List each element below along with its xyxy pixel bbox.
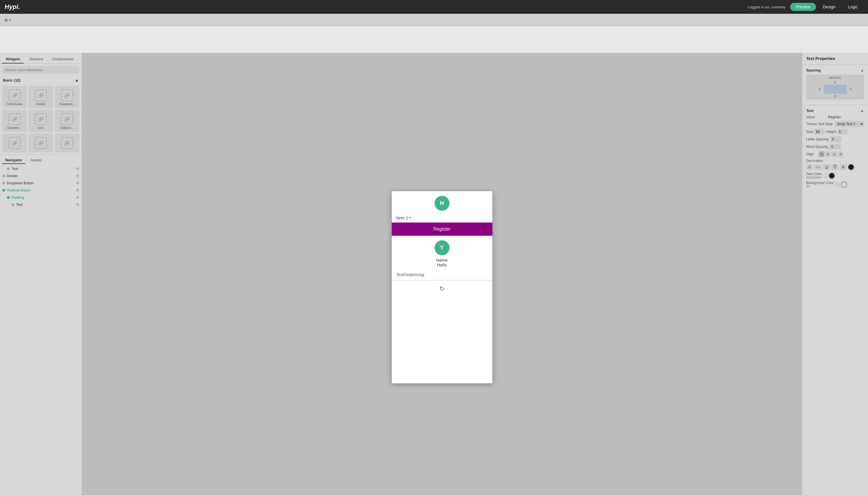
- topbar-nav: Preview Design Logic: [790, 3, 863, 11]
- text-color-reset-icon[interactable]: [823, 174, 828, 178]
- section-divider-2: [802, 105, 868, 105]
- right-panel-title: Text Properties: [802, 53, 868, 63]
- nav-item-divider[interactable]: Divider ⚙: [0, 172, 82, 180]
- letter-spacing-row: Letter Spacing: [806, 136, 864, 142]
- deco-overline-btn[interactable]: O: [831, 164, 838, 170]
- gear-icon-divider[interactable]: ⚙: [76, 174, 79, 178]
- secondary-bar: ≡ ▾: [0, 14, 868, 27]
- spacing-chevron-icon[interactable]: ▲: [860, 68, 864, 72]
- nav-label-dropdown-btn: Dropdown Button: [7, 181, 74, 185]
- value-label: Value: [806, 115, 826, 119]
- nav-item-text-2[interactable]: Text ⚙: [0, 201, 82, 208]
- nav-tabs: Navigator Assets: [0, 156, 82, 164]
- phone-name-text: Name: [436, 258, 447, 262]
- align-justify-btn[interactable]: ≡: [838, 151, 843, 157]
- nav-dot-padding: [7, 196, 10, 199]
- hamburger-button[interactable]: ≡ ▾: [5, 17, 11, 23]
- phone-textfield[interactable]: TextField#0s3pj: [392, 270, 492, 280]
- nav-item-dropdown-btn[interactable]: Dropdown Button ⚙: [0, 180, 82, 187]
- bg-color-reset-icon[interactable]: [836, 183, 839, 187]
- nav-label-text-1: Text: [12, 167, 74, 171]
- nav-item-padding[interactable]: Padding ⚙: [0, 194, 82, 201]
- nav-item-text-1[interactable]: Text ⚙: [0, 165, 82, 172]
- margin-left-value: 0: [817, 88, 823, 91]
- letter-spacing-input[interactable]: [830, 136, 841, 142]
- decoration-buttons: 0 — U O S: [806, 164, 864, 170]
- align-buttons: ≡ ≡ ≡ ≡: [819, 151, 843, 157]
- deco-line-btn[interactable]: —: [814, 164, 822, 170]
- margin-box: MARGIN 0 0 0 0: [806, 75, 864, 100]
- widget-elevated[interactable]: 🔗 Elevated ...: [2, 110, 27, 132]
- widget-divider[interactable]: 🔗 Divider: [29, 86, 53, 108]
- align-label: Align: [806, 152, 818, 156]
- topbar: Hypi. Logged in as: courtney Preview Des…: [0, 0, 868, 14]
- tab-navigator[interactable]: Navigator: [2, 157, 25, 164]
- bg-color-row: Background Color #0: [806, 181, 864, 188]
- deco-underline-btn[interactable]: U: [823, 164, 830, 170]
- nav-label-padding: Padding: [12, 195, 74, 200]
- widget-extra-2[interactable]: 🔗: [29, 134, 53, 152]
- text-section-header: Text ▲: [806, 108, 864, 113]
- tab-components[interactable]: Components: [49, 55, 77, 64]
- size-input[interactable]: [814, 129, 824, 135]
- logic-button[interactable]: Logic: [842, 3, 863, 11]
- widget-dropdown[interactable]: 🔗 Dropdown...: [55, 86, 79, 108]
- widget-outlined[interactable]: 🔗 Outlined ...: [55, 110, 79, 132]
- tab-widgets[interactable]: Widgets: [2, 55, 23, 64]
- margin-label: MARGIN: [808, 76, 862, 80]
- nav-item-outlined-btn[interactable]: Outlined Button ⚙: [0, 187, 82, 194]
- text-color-swatch[interactable]: [829, 173, 835, 179]
- decoration-label: Decoration: [806, 159, 864, 163]
- widget-dropdown-label: Dropdown...: [59, 103, 75, 106]
- bg-color-swatch[interactable]: [841, 182, 847, 188]
- search-input[interactable]: [2, 66, 79, 74]
- nav-dot-text-1: [7, 167, 10, 170]
- widget-icon[interactable]: 🔗 Icon: [29, 110, 53, 132]
- text-color-circles: [823, 173, 835, 179]
- gear-icon-dropdown-btn[interactable]: ⚙: [76, 181, 79, 185]
- gear-icon-outlined-btn[interactable]: ⚙: [76, 188, 79, 192]
- widget-extra-3-icon: 🔗: [61, 137, 73, 149]
- align-row: Align ≡ ≡ ≡ ≡: [806, 151, 864, 157]
- phone-refresh-section: ↻: [392, 280, 492, 297]
- section-divider-1: [802, 64, 868, 65]
- gear-icon-padding[interactable]: ⚙: [76, 195, 79, 200]
- bg-color-info: Background Color #0: [806, 181, 834, 188]
- gear-icon-text-1[interactable]: ⚙: [76, 167, 79, 171]
- text-chevron-icon[interactable]: ▲: [860, 108, 864, 113]
- word-spacing-row: Word Spacing: [806, 144, 864, 150]
- tab-screens[interactable]: Screens: [26, 55, 47, 64]
- nav-items: Text ⚙ Divider ⚙ Dropdown Button ⚙: [0, 164, 82, 209]
- refresh-icon[interactable]: ↻: [440, 285, 445, 293]
- height-input[interactable]: [837, 129, 848, 135]
- word-spacing-input[interactable]: [830, 144, 841, 150]
- widget-circle-avatar[interactable]: 🔗 Circle Avatar: [2, 86, 27, 108]
- deco-strikethrough-btn[interactable]: S: [840, 164, 847, 170]
- widget-circle-avatar-icon: 🔗: [9, 89, 21, 101]
- deco-color-swatch[interactable]: [848, 164, 854, 170]
- deco-0-btn[interactable]: 0: [806, 164, 813, 170]
- widget-extra-1[interactable]: 🔗: [2, 134, 27, 152]
- widget-elevated-label: Elevated ...: [7, 126, 22, 130]
- hamburger-arrow: ▾: [9, 18, 11, 22]
- margin-top-row: 0: [808, 81, 862, 84]
- tab-assets[interactable]: Assets: [28, 157, 45, 164]
- theme-text-style-row: Theme Text Style Body Text 2: [806, 121, 864, 127]
- height-field: Height: [826, 129, 848, 135]
- margin-bottom-value: 0: [832, 95, 838, 98]
- nav-dot-text-2: [12, 203, 14, 206]
- phone-register-btn[interactable]: Register: [392, 223, 492, 236]
- text-section: Text ▲ Value Register Theme Text Style B…: [802, 106, 868, 192]
- align-right-btn[interactable]: ≡: [832, 151, 837, 157]
- design-button[interactable]: Design: [817, 3, 841, 11]
- theme-text-style-select[interactable]: Body Text 2: [834, 121, 864, 127]
- align-left-btn[interactable]: ≡: [819, 151, 824, 157]
- left-panel: Widgets Screens Components Basic (12) ▲ …: [0, 53, 82, 495]
- widget-extra-3[interactable]: 🔗: [55, 134, 79, 152]
- decoration-row: Decoration 0 — U O S: [806, 159, 864, 170]
- main-layout: Widgets Screens Components Basic (12) ▲ …: [0, 53, 868, 495]
- align-center-btn[interactable]: ≡: [825, 151, 831, 157]
- preview-button[interactable]: Preview: [790, 3, 816, 11]
- gear-icon-text-2[interactable]: ⚙: [76, 202, 79, 207]
- theme-text-style-label: Theme Text Style: [806, 122, 833, 126]
